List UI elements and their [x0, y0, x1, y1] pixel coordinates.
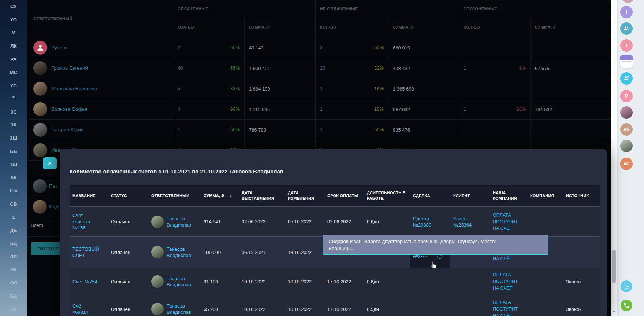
sidebar-item-18[interactable]: БД — [0, 237, 27, 250]
responsible-name-link[interactable]: Морозова Вероника — [51, 86, 97, 91]
sidebar-item-19[interactable]: ЛР — [0, 250, 27, 263]
sidebar-item-1[interactable]: УО — [0, 13, 27, 26]
phone-call-button[interactable] — [621, 300, 632, 311]
modal-close-button[interactable]: ✕ — [43, 157, 57, 169]
count-value[interactable]: 1 — [320, 127, 323, 132]
user-avatar[interactable] — [620, 106, 633, 119]
column-header-9[interactable]: КЛИЕНТ — [450, 185, 490, 207]
column-header-3[interactable]: СУММА, ₽∨ — [201, 185, 239, 207]
responsible-link[interactable]: Танасов Владислав — [167, 216, 194, 228]
sidebar-item-2[interactable]: М — [0, 26, 27, 40]
document-preview-avatar[interactable] — [620, 55, 633, 68]
count-value[interactable]: 1 — [320, 106, 323, 112]
invoice-link[interactable]: ТЕСТОВЫЙ СЧЕТ — [72, 246, 98, 258]
user-avatar[interactable] — [620, 140, 633, 152]
user-avatar[interactable] — [622, 0, 634, 3]
scroll-down-arrow[interactable]: ▼ — [611, 310, 617, 313]
modal-title: Количество оплаченных счетов с 01.10.202… — [70, 168, 283, 174]
column-header-6[interactable]: СРОК ОПЛАТЫ — [324, 185, 364, 207]
count-value[interactable]: 20 — [320, 65, 325, 71]
column-header-label: КЛИЕНТ — [453, 194, 470, 198]
count-value[interactable]: 1 — [320, 86, 323, 91]
sum-cell: 1 110 995 — [245, 99, 316, 120]
column-header-10[interactable]: НАША КОМПАНИЯ — [490, 185, 527, 207]
column-header-11[interactable]: КОМПАНИЯ — [527, 185, 563, 207]
cell-duration: 0.6дн — [364, 268, 410, 295]
column-header-sum: СУММА, ₽ — [531, 17, 611, 37]
client-link[interactable]: Клиент №23364 — [453, 216, 476, 228]
column-header-12[interactable]: ИСТОЧНИК — [563, 185, 600, 207]
sidebar-item-15[interactable]: СВ — [0, 197, 27, 210]
sidebar-item-6[interactable]: УС — [0, 79, 27, 92]
column-header-label: ДАТА ВЫСТАВЛЕНИЯ — [242, 191, 274, 201]
user-avatar[interactable]: Р — [620, 90, 633, 102]
person-clock-avatar[interactable] — [620, 72, 633, 85]
column-header-7[interactable]: ДЛИТЕЛЬНОСТЬ В РАБОТЕ — [364, 185, 410, 207]
responsible-link[interactable]: Танасов Владислав — [167, 246, 194, 258]
phone-cloud-button[interactable] — [621, 280, 632, 292]
sidebar-item-13[interactable]: АК — [0, 171, 27, 184]
app: СУУОМЛКРАМСУСЗСЗКЗШББ1ШАКШ«СВ1ДББДЛРБКОЛ… — [0, 0, 644, 316]
count-value[interactable]: 40 — [178, 65, 183, 71]
column-header-2[interactable]: ОТВЕТСТВЕННЫЙ — [148, 185, 201, 207]
responsible-name-link[interactable]: Громов Евгений — [51, 65, 88, 71]
responsible-name-link[interactable]: Сид — [49, 204, 58, 209]
invoice-link[interactable]: Счет №754 — [72, 279, 97, 285]
count-value[interactable]: 5 — [178, 86, 180, 91]
count-value[interactable]: 2 — [320, 45, 323, 50]
our-company-status[interactable]: ОПЛАТА ПОСТУПИТ НА СЧЁТ — [493, 212, 524, 232]
avatar — [151, 246, 164, 258]
column-header-8[interactable]: СДЕЛКА — [410, 185, 450, 207]
sidebar-item-14[interactable]: Ш« — [0, 184, 27, 197]
our-company-status[interactable]: ОПЛАТА ПОСТУПИТ НА СЧЁТ — [493, 272, 524, 291]
sidebar-item-12[interactable]: 1Ш — [0, 158, 27, 171]
invoice-link[interactable]: Счет клиента №156 — [72, 212, 98, 231]
scrollbar-thumb[interactable] — [612, 250, 616, 283]
column-header-label: НАША КОМПАНИЯ — [493, 191, 517, 201]
responsible-link[interactable]: Танасов Владислав — [167, 275, 194, 288]
count-value[interactable]: 2 — [178, 45, 180, 50]
sidebar-item-20[interactable]: БК — [0, 263, 27, 276]
column-header-4[interactable]: ДАТА ВЫСТАВЛЕНИЯ — [239, 185, 285, 207]
sidebar-item-22[interactable]: БД — [0, 290, 27, 303]
sidebar-item-3[interactable]: ЛК — [0, 40, 27, 53]
sidebar-item-8[interactable]: ЗС — [0, 105, 27, 118]
user-avatar[interactable]: I — [620, 6, 633, 18]
sum-value: 67 679 — [535, 66, 550, 71]
count-value[interactable]: 1 — [464, 65, 466, 71]
invoice-link[interactable]: Счёт #69814 — [72, 303, 98, 315]
sidebar-item-11[interactable]: ББ — [0, 145, 27, 158]
our-company-status[interactable]: ОПЛАТА ПОСТУПИТ НА СЧЁТ — [493, 299, 524, 316]
sidebar-item-17[interactable]: ДБ — [0, 224, 27, 237]
column-header-0[interactable]: НАЗВАНИЕ — [70, 185, 108, 207]
sidebar-item-9[interactable]: ЗК — [0, 118, 27, 132]
responsible-link[interactable]: Танасов Владислав — [167, 303, 194, 315]
sidebar-item-robot[interactable] — [0, 92, 27, 105]
deal-link[interactable]: Сделка №20380 — [413, 216, 436, 228]
sidebar-item-16[interactable]: 1 — [0, 210, 27, 224]
responsible-name-link[interactable]: Руслан — [51, 45, 68, 50]
user-avatar[interactable]: АС — [620, 158, 633, 170]
responsible-name-link[interactable]: Пет — [49, 183, 57, 189]
sidebar-item-21[interactable]: ОЛ — [0, 276, 27, 290]
sidebar-item-4[interactable]: РА — [0, 53, 27, 66]
people-avatar[interactable] — [620, 22, 633, 35]
column-header-label: СДЕЛКА — [413, 194, 430, 198]
user-avatar[interactable]: Т — [620, 39, 633, 52]
count-value[interactable]: 4 — [178, 106, 180, 112]
column-header-5[interactable]: ДАТА ИЗМЕНЕНИЯ — [285, 185, 324, 207]
row-divider — [29, 198, 60, 198]
responsible-name-link[interactable]: Волкова Софья — [51, 106, 88, 112]
sidebar-item-0[interactable]: СУ — [0, 0, 27, 13]
count-value[interactable]: 1 — [178, 127, 180, 132]
sort-chevron-icon[interactable]: ∨ — [229, 194, 232, 198]
sidebar-item-5[interactable]: МС — [0, 66, 27, 79]
avatar — [33, 200, 47, 214]
user-avatar[interactable]: АБ — [620, 123, 633, 136]
sidebar-item-10[interactable]: ЗШ — [0, 132, 27, 145]
sidebar-item-23[interactable]: НЗ — [0, 302, 27, 316]
column-header-1[interactable]: СТАТУС — [108, 185, 148, 207]
count-value[interactable]: 1 — [464, 106, 466, 112]
person-clock-icon — [623, 75, 630, 82]
responsible-name-link[interactable]: Гагарин Юрий — [51, 127, 84, 132]
